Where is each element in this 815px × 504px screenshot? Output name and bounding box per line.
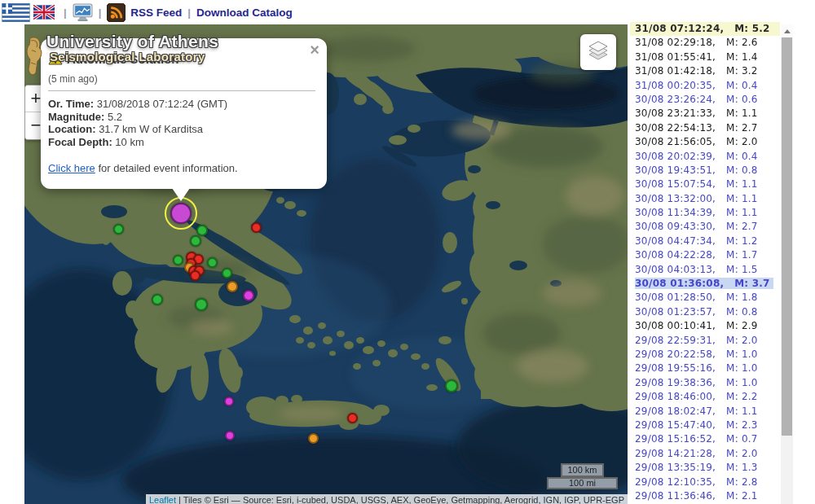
rss-icon[interactable]: [107, 3, 126, 22]
earthquake-marker-green[interactable]: [222, 268, 232, 278]
greek-flag-icon[interactable]: [2, 3, 30, 22]
list-scrollbar: [781, 24, 793, 504]
event-list-item[interactable]: 30/08 19:43:51,M: 0.8: [630, 164, 780, 177]
event-list-item[interactable]: 30/08 11:34:39,M: 1.1: [630, 206, 780, 220]
event-list-item[interactable]: 31/08 02:29:18,M: 2.6: [630, 36, 780, 50]
event-list-item[interactable]: 30/08 04:22:28,M: 1.7: [630, 248, 780, 262]
earthquake-marker-green[interactable]: [196, 225, 208, 236]
scale-bar-mi: 100 mi: [547, 477, 618, 489]
event-list-item[interactable]: 30/08 04:03:13,M: 1.5: [630, 263, 780, 277]
event-list-item[interactable]: 30/08 23:21:33,M: 1.1: [630, 107, 780, 121]
popup-detail-line: Click here for detailed event informatio…: [48, 162, 315, 174]
earthquake-marker-orange[interactable]: [308, 433, 319, 444]
event-list: 31/08 07:12:24,M: 5.231/08 02:29:18,M: 2…: [630, 22, 780, 504]
event-list-item[interactable]: 30/08 13:32:00,M: 1.1: [630, 192, 780, 206]
rss-feed-link[interactable]: RSS Feed: [130, 7, 182, 19]
event-list-item[interactable]: 29/08 15:16:52,M: 0.7: [630, 432, 780, 446]
event-list-item[interactable]: 29/08 20:22:58,M: 1.0: [630, 348, 780, 362]
earthquake-marker-magenta[interactable]: [243, 290, 254, 301]
download-catalog-link[interactable]: Download Catalog: [196, 7, 293, 19]
earthquake-marker-red[interactable]: [251, 222, 262, 233]
popup-tail: [172, 188, 190, 201]
event-list-item[interactable]: 30/08 20:02:39,M: 0.4: [630, 150, 780, 164]
uk-flag-icon[interactable]: [33, 4, 55, 20]
toolbar-separator: |: [187, 7, 191, 19]
earthquake-marker-green[interactable]: [113, 224, 124, 234]
event-list-item[interactable]: 29/08 12:10:35,M: 2.8: [630, 476, 780, 489]
earthquake-marker-green[interactable]: [207, 257, 218, 268]
layers-control[interactable]: [580, 34, 616, 70]
event-popup: × Automatic Solution (5 min ago) Or. Tim…: [41, 38, 327, 189]
popup-time-ago: (5 min ago): [48, 73, 315, 85]
earthquake-marker-green[interactable]: [152, 294, 163, 305]
event-list-item[interactable]: 29/08 19:38:36,M: 1.0: [630, 376, 780, 390]
event-list-item[interactable]: 30/08 04:47:34,M: 1.2: [630, 234, 780, 248]
event-list-item[interactable]: 29/08 14:21:28,M: 2.0: [630, 447, 780, 461]
layers-icon: [586, 40, 610, 64]
attribution-text: | Tiles © Esri — Source: Esri, i-cubed, …: [176, 495, 624, 504]
event-list-item[interactable]: 29/08 15:47:40,M: 2.3: [630, 419, 780, 432]
leaflet-map[interactable]: + − 100 km 100 mi Leaflet | Tiles © Esri…: [24, 24, 628, 504]
event-list-item[interactable]: 30/08 01:23:57,M: 0.8: [630, 305, 780, 319]
earthquake-marker-magenta[interactable]: [224, 397, 234, 406]
event-list-item[interactable]: 30/08 21:56:05,M: 2.0: [630, 135, 780, 149]
event-list-item[interactable]: 31/08 01:55:41,M: 1.4: [630, 50, 780, 64]
earthquake-marker-red[interactable]: [347, 413, 358, 423]
popup-origin-time: Or. Time: 31/08/2018 07:12:24 (GMT): [48, 98, 315, 111]
earthquake-marker-green[interactable]: [445, 379, 458, 392]
event-list-item[interactable]: 29/08 13:35:19,M: 1.3: [630, 461, 780, 475]
event-list-item[interactable]: 31/08 00:20:35,M: 0.4: [630, 79, 780, 93]
popup-location: Location: 31.7 km W of Karditsa: [48, 123, 315, 136]
event-list-item[interactable]: 30/08 01:36:08,M: 3.7: [630, 277, 780, 291]
scale-bar-km: 100 km: [561, 463, 604, 477]
popup-focal-depth: Focal Depth: 10 km: [48, 136, 315, 149]
seismic-monitor-icon[interactable]: [73, 3, 93, 22]
toolbar-separator: |: [64, 7, 67, 19]
event-list-item[interactable]: 30/08 09:43:30,M: 2.7: [630, 220, 780, 234]
earthquake-marker-green[interactable]: [173, 255, 183, 265]
earthquake-marker-red[interactable]: [190, 270, 200, 281]
earthquake-marker-orange[interactable]: [227, 281, 238, 292]
event-list-item[interactable]: 31/08 01:42:18,M: 3.2: [630, 64, 780, 78]
event-list-item[interactable]: 30/08 00:10:41,M: 2.9: [630, 319, 780, 333]
leaflet-link[interactable]: Leaflet: [149, 495, 176, 504]
scrollbar-up-arrow[interactable]: [781, 24, 793, 37]
event-list-item[interactable]: 29/08 22:59:31,M: 2.0: [630, 334, 780, 348]
scrollbar-thumb[interactable]: [782, 37, 792, 436]
event-list-item[interactable]: 29/08 18:02:47,M: 1.1: [630, 405, 780, 419]
event-list-item[interactable]: 30/08 23:26:24,M: 0.6: [630, 93, 780, 107]
event-list-item[interactable]: 31/08 07:12:24,M: 5.2: [630, 22, 780, 36]
earthquake-marker-magenta[interactable]: [225, 431, 235, 440]
popup-magnitude: Magnitude: 5.2: [48, 111, 315, 124]
event-list-item[interactable]: 29/08 18:46:00,M: 2.2: [630, 390, 780, 404]
warning-icon: [48, 52, 63, 65]
earthquake-marker-green[interactable]: [190, 235, 201, 247]
toolbar-separator: |: [99, 7, 102, 19]
popup-close-icon[interactable]: ×: [310, 42, 319, 58]
event-list-item[interactable]: 30/08 15:07:54,M: 1.1: [630, 177, 780, 191]
event-list-item[interactable]: 29/08 19:55:16,M: 1.0: [630, 362, 780, 375]
map-attribution: Leaflet | Tiles © Esri — Source: Esri, i…: [146, 494, 628, 504]
event-list-item[interactable]: 29/08 11:36:46,M: 2.1: [630, 489, 780, 503]
top-toolbar: | | RSS Feed | Download Catalog: [0, 0, 815, 24]
event-list-item[interactable]: 30/08 01:28:50,M: 1.8: [630, 291, 780, 305]
earthquake-marker-green[interactable]: [195, 298, 208, 311]
popup-heading: Automatic Solution: [48, 51, 315, 66]
detail-link[interactable]: Click here: [48, 162, 95, 174]
popup-divider: [48, 90, 315, 91]
event-list-item[interactable]: 30/08 22:54:13,M: 2.7: [630, 121, 780, 135]
earthquake-marker-main[interactable]: [170, 203, 192, 224]
